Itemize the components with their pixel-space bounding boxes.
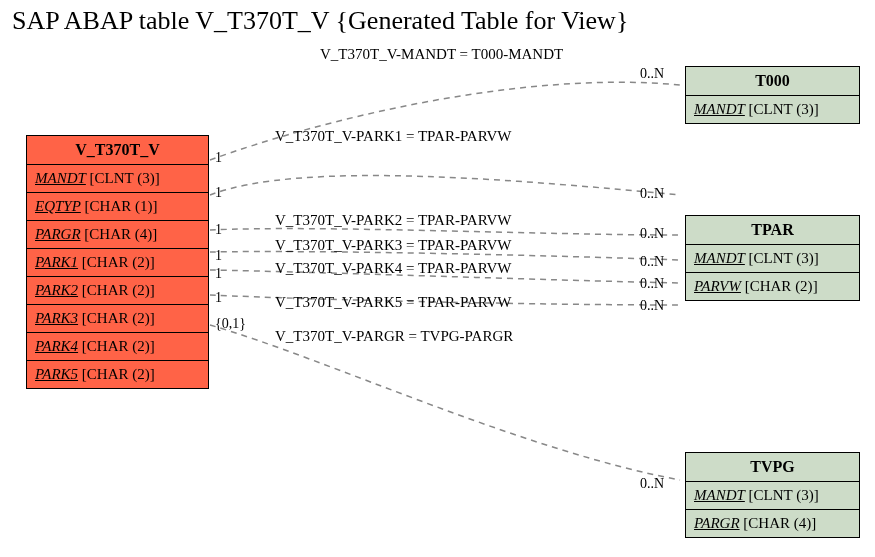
entity-tvpg-header: TVPG bbox=[686, 453, 859, 482]
rel-label-park4: V_T370T_V-PARK4 = TPAR-PARVW bbox=[275, 260, 511, 277]
entity-main-field: MANDT [CLNT (3)] bbox=[27, 165, 208, 193]
rel-label-park5: V_T370T_V-PARK5 = TPAR-PARVW bbox=[275, 294, 511, 311]
card-from-1e: 1 bbox=[215, 266, 222, 282]
rel-label-park2: V_T370T_V-PARK2 = TPAR-PARVW bbox=[275, 212, 511, 229]
entity-tpar-field: MANDT [CLNT (3)] bbox=[686, 245, 859, 273]
entity-t000-header: T000 bbox=[686, 67, 859, 96]
card-from-1d: 1 bbox=[215, 248, 222, 264]
card-from-1a: 1 bbox=[215, 150, 222, 166]
entity-main: V_T370T_V MANDT [CLNT (3)] EQTYP [CHAR (… bbox=[26, 135, 209, 389]
entity-tvpg-field: MANDT [CLNT (3)] bbox=[686, 482, 859, 510]
entity-main-field: PARK3 [CHAR (2)] bbox=[27, 305, 208, 333]
card-to-n6: 0..N bbox=[640, 476, 664, 492]
card-to-n4: 0..N bbox=[640, 276, 664, 292]
card-to-n0: 0..N bbox=[640, 66, 664, 82]
entity-main-field: PARK1 [CHAR (2)] bbox=[27, 249, 208, 277]
diagram-title: SAP ABAP table V_T370T_V {Generated Tabl… bbox=[12, 6, 628, 36]
card-from-1f: 1 bbox=[215, 290, 222, 306]
entity-t000-field: MANDT [CLNT (3)] bbox=[686, 96, 859, 123]
card-to-n1: 0..N bbox=[640, 186, 664, 202]
entity-main-field: PARK5 [CHAR (2)] bbox=[27, 361, 208, 388]
entity-main-field: PARGR [CHAR (4)] bbox=[27, 221, 208, 249]
entity-tvpg-field: PARGR [CHAR (4)] bbox=[686, 510, 859, 537]
entity-main-header: V_T370T_V bbox=[27, 136, 208, 165]
card-from-1b: 1 bbox=[215, 185, 222, 201]
entity-tpar-field: PARVW [CHAR (2)] bbox=[686, 273, 859, 300]
rel-label-park3: V_T370T_V-PARK3 = TPAR-PARVW bbox=[275, 237, 511, 254]
entity-main-field: PARK2 [CHAR (2)] bbox=[27, 277, 208, 305]
entity-t000: T000 MANDT [CLNT (3)] bbox=[685, 66, 860, 124]
entity-main-field: EQTYP [CHAR (1)] bbox=[27, 193, 208, 221]
rel-label-mandt: V_T370T_V-MANDT = T000-MANDT bbox=[320, 46, 563, 63]
rel-label-park1: V_T370T_V-PARK1 = TPAR-PARVW bbox=[275, 128, 511, 145]
rel-label-pargr: V_T370T_V-PARGR = TVPG-PARGR bbox=[275, 328, 513, 345]
card-to-n2: 0..N bbox=[640, 226, 664, 242]
card-to-n5: 0..N bbox=[640, 298, 664, 314]
entity-tvpg: TVPG MANDT [CLNT (3)] PARGR [CHAR (4)] bbox=[685, 452, 860, 538]
entity-tpar: TPAR MANDT [CLNT (3)] PARVW [CHAR (2)] bbox=[685, 215, 860, 301]
card-to-n3: 0..N bbox=[640, 254, 664, 270]
card-from-01: {0,1} bbox=[215, 316, 246, 332]
entity-main-field: PARK4 [CHAR (2)] bbox=[27, 333, 208, 361]
entity-tpar-header: TPAR bbox=[686, 216, 859, 245]
card-from-1c: 1 bbox=[215, 222, 222, 238]
